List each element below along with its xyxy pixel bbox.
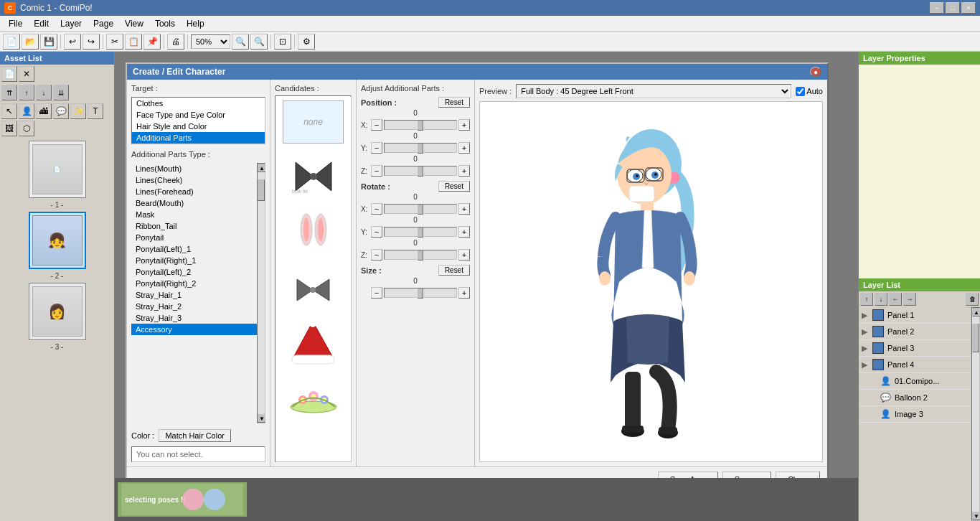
parts-item-10[interactable]: Ponytail(Right)_2 [131,278,257,289]
position-y-plus[interactable]: + [458,142,470,154]
size-reset-button[interactable]: Reset [438,265,470,276]
layer-item-image3[interactable]: 👤 Image 3 [859,406,971,423]
menu-page[interactable]: Page [88,17,119,30]
target-item-clothes[interactable]: Clothes [132,98,265,109]
layer-item-panel4[interactable]: ▶ Panel 4 [859,357,971,373]
parts-item-13[interactable]: Stray_Hair_3 [131,312,257,324]
tool-balloon[interactable]: 💬 [53,103,69,119]
position-x-plus[interactable]: + [458,119,470,131]
position-z-minus[interactable]: − [371,165,382,177]
scroll-thumb[interactable] [258,179,265,201]
asset-nav-down[interactable]: ↓ [36,85,52,100]
size-thumb[interactable] [418,288,423,299]
tool-image[interactable]: 🖼 [1,121,17,136]
tool-text[interactable]: T [88,103,103,119]
asset-nav-up2[interactable]: ⇈ [1,85,17,100]
auto-checkbox[interactable] [796,87,805,96]
position-z-slider[interactable] [384,166,457,176]
parts-scrollbar[interactable]: ▲ ▼ [257,163,265,423]
layer-move-left-btn[interactable]: ← [889,293,902,306]
position-y-minus[interactable]: − [371,142,382,154]
position-reset-button[interactable]: Reset [438,97,470,108]
position-y-slider[interactable] [384,143,457,153]
new-btn[interactable]: 📄 [3,34,20,50]
preview-select[interactable]: Full Body : 45 Degree Left Front Full Bo… [516,84,791,98]
layer-scroll-down[interactable]: ▼ [972,512,980,520]
parts-item-9[interactable]: Ponytail(Left)_2 [131,266,257,278]
undo-btn[interactable]: ↩ [64,34,81,50]
layer-item-panel3[interactable]: ▶ Panel 3 [859,340,971,357]
layer-scroll-thumb[interactable] [972,324,979,352]
layer-scroll-up[interactable]: ▲ [972,308,980,316]
settings-btn[interactable]: ⚙ [298,34,315,50]
scroll-up-btn[interactable]: ▲ [258,164,265,172]
layer-delete-btn[interactable]: 🗑 [966,293,979,306]
menu-tools[interactable]: Tools [149,17,181,30]
fit-btn[interactable]: ⊡ [274,34,291,50]
asset-add-btn[interactable]: 📄 [1,66,17,82]
rotate-y-thumb[interactable] [418,227,423,238]
tool-select[interactable]: ↖ [1,103,17,119]
parts-item-7[interactable]: Ponytail(Left)_1 [131,243,257,255]
size-plus[interactable]: + [458,287,470,299]
parts-item-8[interactable]: Ponytail(Right)_1 [131,255,257,266]
asset-delete-btn[interactable]: ✕ [19,66,34,82]
zoom-select[interactable]: 50% 25% 75% 100% [191,34,230,49]
menu-help[interactable]: Help [181,17,210,30]
layer-move-up-btn[interactable]: ↑ [860,293,873,306]
dialog-close-button[interactable]: ● [810,67,821,77]
layer-item-panel2[interactable]: ▶ Panel 2 [859,324,971,340]
save-btn[interactable]: 💾 [40,34,57,50]
position-x-thumb[interactable] [418,121,423,131]
rotate-reset-button[interactable]: Reset [438,181,470,192]
print-btn[interactable]: 🖨 [167,34,184,50]
target-item-hair[interactable]: Hair Style and Color [132,121,265,132]
layer-move-right-btn[interactable]: → [903,293,916,306]
tool-character[interactable]: 👤 [19,103,34,119]
parts-item-3[interactable]: Beard(Mouth) [131,197,257,209]
save-as-button[interactable]: Save As... [658,471,718,478]
candidate-bow-hair[interactable] [283,268,344,311]
menu-edit[interactable]: Edit [28,17,55,30]
rotate-y-minus[interactable]: − [371,226,382,238]
tool-scene[interactable]: 🏙 [36,103,52,119]
save-button[interactable]: Save... [722,471,771,478]
zoom-in-btn[interactable]: 🔍 [232,34,249,50]
match-hair-color-button[interactable]: Match Hair Color [159,429,231,442]
parts-item-14[interactable]: Accessory [131,324,257,335]
asset-thumb-2[interactable]: 👧 [29,212,86,269]
tool-3d[interactable]: ⬡ [19,121,34,136]
target-item-additional[interactable]: Additional Parts [132,132,265,144]
maximize-button[interactable]: □ [946,2,960,14]
parts-item-1[interactable]: Lines(Cheek) [131,174,257,186]
scroll-down-btn[interactable]: ▼ [258,414,265,423]
paste-btn[interactable]: 📌 [143,34,161,50]
target-item-face[interactable]: Face Type and Eye Color [132,109,265,121]
candidate-flower-crown[interactable] [283,375,344,425]
open-btn[interactable]: 📂 [22,34,39,50]
parts-item-11[interactable]: Stray_Hair_1 [131,289,257,301]
layer-item-character[interactable]: 👤 01.Comipo... [859,373,971,390]
size-slider[interactable] [384,288,457,298]
rotate-y-plus[interactable]: + [458,226,470,238]
rotate-x-slider[interactable] [384,204,457,214]
layer-item-balloon2[interactable]: 💬 Balloon 2 [859,390,971,406]
minimize-button[interactable]: − [930,2,944,14]
position-z-thumb[interactable] [418,166,423,177]
asset-thumb-3[interactable]: 👩 [29,283,86,340]
menu-layer[interactable]: Layer [55,17,88,30]
menu-file[interactable]: File [3,17,28,30]
position-x-slider[interactable] [384,120,457,130]
layer-move-down-btn[interactable]: ↓ [875,293,887,306]
candidate-bow-tie[interactable]: bow tie [283,148,344,205]
rotate-z-slider[interactable] [384,250,457,260]
candidate-none[interactable]: none [283,100,344,144]
asset-nav-down2[interactable]: ⇊ [53,85,69,100]
parts-item-4[interactable]: Mask [131,209,257,220]
rotate-z-minus[interactable]: − [371,249,382,260]
parts-item-6[interactable]: Ponytail [131,232,257,243]
position-z-plus[interactable]: + [458,165,470,177]
asset-nav-up[interactable]: ↑ [19,85,34,100]
candidate-rabbit-ears[interactable] [283,208,344,266]
parts-item-5[interactable]: Ribbon_Tail [131,220,257,232]
